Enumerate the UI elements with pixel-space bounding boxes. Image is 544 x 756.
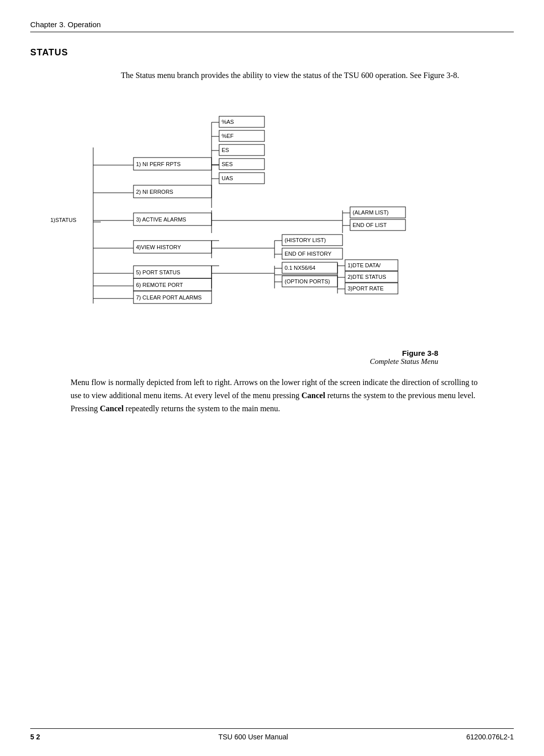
sub-dte-status: 2)DTE STATUS [348,274,386,280]
sub-end-of-list: END OF LIST [353,222,387,228]
l1-active-alarms: 3) ACTIVE ALARMS [136,216,186,222]
l1-port-status: 5) PORT STATUS [136,269,180,275]
sub-alarm-list: (ALARM LIST) [353,209,389,215]
footer-doc-number: 61200.076L2-1 [466,733,514,741]
page-container: Chapter 3. Operation STATUS The Status m… [0,0,544,756]
root-label: 1)STATUS [50,217,77,223]
l1-ni-perf: 1) NI PERF RPTS [136,161,181,167]
body-text: Menu flow is normally depicted from left… [71,376,484,416]
sub-es: ES [222,147,229,153]
sub-nx56: 0.1 NX56/64 [285,265,315,271]
figure-area: 1)STATUS 1) NI PERF RPTS 2) NI ERRORS 3)… [30,97,514,344]
l1-remote-port: 6) REMOTE PORT [136,282,183,288]
page-footer: 5 2 TSU 600 User Manual 61200.076L2-1 [30,728,514,741]
sub-ef: %EF [222,133,234,139]
figure-caption-text: Complete Status Menu [30,357,438,366]
sub-uas: UAS [222,175,233,181]
footer-page-number: 5 2 [30,733,40,741]
sub-history-list: (HISTORY LIST) [285,237,326,243]
l1-clear-port-alarms: 7) CLEAR PORT ALARMS [136,294,201,300]
sub-as: %AS [222,119,234,125]
intro-text: The Status menu branch provides the abil… [121,69,514,82]
body-paragraph: Menu flow is normally depicted from left… [71,376,484,416]
figure-number: Figure 3-8 [30,349,438,357]
figure-caption: Figure 3-8 Complete Status Menu [30,349,438,366]
page-header: Chapter 3. Operation [30,20,514,32]
section-title: STATUS [30,47,514,58]
sub-ses: SES [222,161,233,167]
sub-option-ports: (OPTION PORTS) [285,278,330,284]
sub-dte-data: 1)DTE DATA/ [348,262,381,268]
diagram-svg: 1)STATUS 1) NI PERF RPTS 2) NI ERRORS 3)… [45,97,499,344]
sub-end-of-history: END OF HISTORY [285,251,332,257]
chapter-title: Chapter 3. Operation [30,20,101,29]
sub-port-rate: 3)PORT RATE [348,285,384,291]
l1-ni-errors: 2) NI ERRORS [136,189,173,195]
l1-view-history: 4)VIEW HISTORY [136,244,181,250]
footer-manual-title: TSU 600 User Manual [218,733,288,741]
